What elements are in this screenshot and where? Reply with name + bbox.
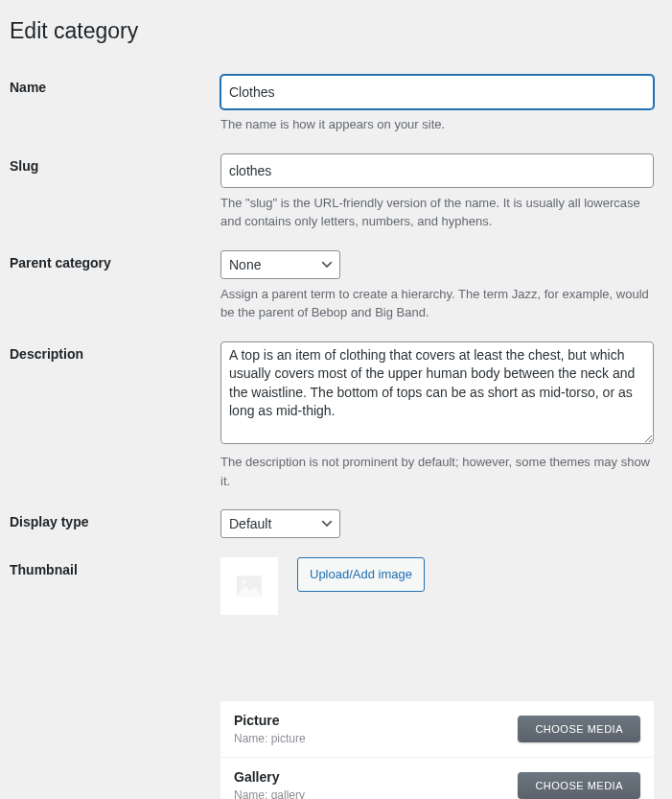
svg-point-1 <box>242 580 245 584</box>
slug-label: Slug <box>10 153 220 174</box>
description-field-wrap: A top is an item of clothing that covers… <box>220 341 654 491</box>
name-help: The name is how it appears on your site. <box>220 115 654 134</box>
media-title-picture: Picture <box>234 713 306 728</box>
choose-media-gallery-button[interactable]: CHOOSE MEDIA <box>518 772 640 799</box>
thumbnail-field-wrap: Upload/Add image Picture Name: picture C… <box>220 557 654 799</box>
media-info-picture: Picture Name: picture <box>234 713 306 745</box>
slug-help: The "slug" is the URL-friendly version o… <box>220 194 654 231</box>
parent-field-wrap: None Assign a parent term to create a hi… <box>220 250 654 322</box>
edit-category-form: Name The name is how it appears on your … <box>10 75 662 799</box>
parent-select[interactable]: None <box>220 250 340 279</box>
media-name-picture: Name: picture <box>234 732 306 745</box>
description-help: The description is not prominent by defa… <box>220 453 654 490</box>
media-title-gallery: Gallery <box>234 769 305 785</box>
description-row: Description A top is an item of clothing… <box>10 341 662 491</box>
display-type-select[interactable]: Default <box>220 509 340 538</box>
slug-field-wrap: The "slug" is the URL-friendly version o… <box>220 153 654 231</box>
parent-help: Assign a parent term to create a hierarc… <box>220 285 654 322</box>
slug-row: Slug The "slug" is the URL-friendly vers… <box>10 153 662 231</box>
description-textarea[interactable]: A top is an item of clothing that covers… <box>220 341 654 445</box>
name-field-wrap: The name is how it appears on your site. <box>220 75 654 134</box>
slug-input[interactable] <box>220 153 654 188</box>
media-row-picture: Picture Name: picture CHOOSE MEDIA <box>220 701 654 758</box>
media-fields-section: Picture Name: picture CHOOSE MEDIA Galle… <box>220 701 654 799</box>
thumbnail-placeholder <box>220 557 278 615</box>
upload-image-button[interactable]: Upload/Add image <box>297 557 425 592</box>
choose-media-picture-button[interactable]: CHOOSE MEDIA <box>518 716 640 742</box>
description-label: Description <box>10 341 220 362</box>
name-label: Name <box>10 75 220 95</box>
name-row: Name The name is how it appears on your … <box>10 75 662 134</box>
thumbnail-label: Thumbnail <box>10 557 220 577</box>
page-title: Edit category <box>10 10 662 48</box>
display-type-label: Display type <box>10 509 220 529</box>
display-type-row: Display type Default <box>10 509 662 538</box>
media-name-gallery: Name: gallery <box>234 788 305 799</box>
thumbnail-row: Thumbnail Upload/Add image Picture Name:… <box>10 557 662 799</box>
display-type-field-wrap: Default <box>220 509 654 538</box>
name-input[interactable] <box>220 75 654 109</box>
media-row-gallery: Gallery Name: gallery CHOOSE MEDIA <box>220 758 654 799</box>
parent-label: Parent category <box>10 250 220 270</box>
image-placeholder-icon <box>237 576 262 597</box>
parent-row: Parent category None Assign a parent ter… <box>10 250 662 322</box>
media-info-gallery: Gallery Name: gallery <box>234 769 305 799</box>
